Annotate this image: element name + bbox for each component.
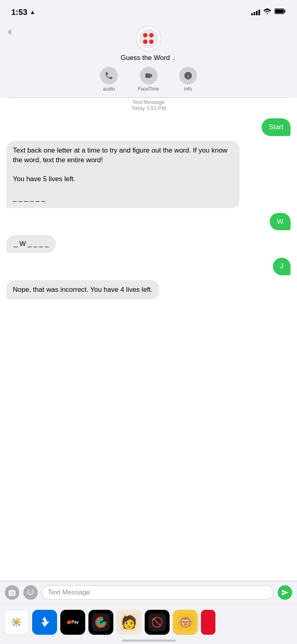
bubble-4: _ W _ _ _ _ [6,235,56,253]
camera-icon [8,589,16,596]
bubble-5: J [273,258,291,275]
timestamp-row: Text Message Today 1:51 PM [6,99,291,111]
avatar-dot-3 [143,39,147,44]
input-placeholder: Text Message [48,588,90,597]
action-buttons: audio FaceTime info [100,67,197,92]
photos-icon [8,613,25,631]
contact-avatar [136,26,162,52]
svg-rect-2 [285,10,286,12]
contact-name-row: Guess the Word ⌄ [121,54,176,62]
memoji-emoji: 🧑 [120,613,138,631]
nav-header: ‹ Guess the Word ⌄ audio [0,22,297,98]
facetime-label: FaceTime [138,86,159,92]
applepay-bg: 🍎Pay [64,613,82,631]
svg-point-8 [98,619,104,625]
timestamp-time: Today 1:51 PM [6,105,291,111]
appstore-icon [36,613,53,631]
dock-monkey-icon[interactable]: 🐵 [173,610,198,635]
bubble-text-6: Nope, that was incorrect. You have 4 liv… [13,286,153,293]
avatar-dot-2 [149,33,154,37]
dock-notsure-icon[interactable]: 🚫 [145,610,170,635]
fitness-rings-icon [95,616,107,628]
message-input[interactable]: Text Message [42,585,274,600]
dock-photos-icon[interactable] [4,610,29,635]
avatar-dot-1 [143,33,147,37]
signal-bars [251,9,260,15]
status-time: 1:53 [11,8,27,17]
dock-applepay-icon[interactable]: 🍎Pay [60,610,85,635]
dock-memoji-icon[interactable]: 🧑 [117,610,141,635]
avatar-dot-4 [149,39,154,44]
bubble-1: Start [262,118,291,136]
send-button[interactable] [278,585,292,600]
phone-icon [104,71,113,80]
message-row-2: Text back one letter at a time to try an… [6,141,291,208]
dock-red-icon[interactable] [201,610,215,635]
location-icon: ▲ [30,9,35,15]
info-icon [184,71,193,80]
dock-fitness-icon[interactable] [88,610,113,635]
info-label: info [184,86,192,92]
svg-rect-1 [275,10,284,13]
facetime-button[interactable]: FaceTime [138,67,159,92]
avatar-inner [139,29,158,48]
red-icon-bg [201,613,215,631]
camera-button[interactable] [5,585,19,600]
bubble-text-5: J [280,262,284,270]
info-button[interactable]: info [179,67,197,92]
dock: 🍎Pay 🧑 🚫 🐵 [0,604,297,644]
fitness-bg [92,613,110,631]
bubble-2: Text back one letter at a time to try an… [6,141,240,208]
input-bar: Text Message [0,581,297,604]
timestamp-label: Text Message [6,99,291,105]
home-indicator [122,640,176,642]
facetime-icon-circle [140,67,158,85]
status-bar: 1:53 ▲ [0,0,297,22]
monkey-emoji: 🐵 [176,613,194,631]
bubble-text-3: W [277,218,283,225]
audio-label: audio [103,86,115,92]
message-row-6: Nope, that was incorrect. You have 4 liv… [6,280,291,299]
wifi-icon [263,8,271,17]
message-row-4: _ W _ _ _ _ [6,235,291,253]
svg-point-5 [14,620,18,624]
contact-name: Guess the Word [121,54,170,62]
avatar-grid [143,33,154,44]
info-icon-circle [179,67,197,85]
message-row-3: W [6,213,291,231]
appstore-small-icon [27,588,35,597]
bubble-3: W [270,213,291,231]
audio-icon-circle [100,67,118,85]
bubble-text-2: Text back one letter at a time to try an… [13,147,227,202]
back-button[interactable]: ‹ [8,26,12,37]
bubble-text-1: Start [269,123,283,131]
messages-scroll: Text Message Today 1:51 PM Start Text ba… [0,93,297,580]
bubble-text-4: _ W _ _ _ _ [14,240,49,248]
audio-button[interactable]: audio [100,67,118,92]
status-icons [251,8,286,17]
applepay-label: 🍎Pay [67,620,79,624]
video-icon [144,71,153,80]
message-row-1: Start [6,118,291,136]
send-icon [281,589,289,596]
battery-icon [274,8,286,16]
dock-appstore-icon[interactable] [32,610,57,635]
bubble-6: Nope, that was incorrect. You have 4 liv… [6,280,159,299]
chevron-down-icon[interactable]: ⌄ [172,55,176,61]
message-row-5: J [6,258,291,275]
appstore-small-button[interactable] [23,585,38,600]
notsure-emoji: 🚫 [148,613,166,631]
svg-point-9 [99,621,102,624]
